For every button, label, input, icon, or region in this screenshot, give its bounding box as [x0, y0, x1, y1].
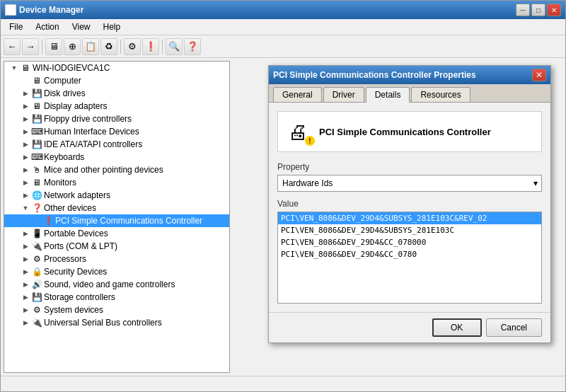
tree-item-other[interactable]: ▼ ❓ Other devices	[4, 202, 229, 214]
processors-icon: ⚙	[31, 253, 42, 265]
tree-item-diskdrives[interactable]: ▶ 💾 Disk drives	[4, 87, 229, 100]
tree-item-label: Security Devices	[44, 267, 228, 277]
other-toggle[interactable]: ▼	[20, 202, 31, 214]
device-tree[interactable]: ▼ 🖥 WIN-IODGIEVCA1C 🖥 Computer ▶ 💾 Disk …	[4, 61, 230, 373]
tree-item-label: Sound, video and game controllers	[44, 279, 228, 289]
tree-item-network[interactable]: ▶ 🌐 Network adapters	[4, 189, 229, 202]
value-list-item[interactable]: PCI\VEN_8086&DEV_29D4&CC_078000	[278, 236, 541, 248]
monitors-toggle[interactable]: ▶	[20, 177, 31, 188]
tree-item-ports[interactable]: ▶ 🔌 Ports (COM & LPT)	[4, 240, 229, 253]
storage-toggle[interactable]: ▶	[20, 292, 31, 303]
minimize-button[interactable]: ─	[516, 4, 530, 16]
search-button[interactable]: 🔍	[166, 38, 183, 55]
refresh-button[interactable]: ♻	[100, 38, 117, 55]
tree-item-keyboards[interactable]: ▶ ⌨ Keyboards	[4, 151, 229, 163]
tree-item-mice[interactable]: ▶ 🖱 Mice and other pointing devices	[4, 163, 229, 176]
tree-item-storage[interactable]: ▶ 💾 Storage controllers	[4, 291, 229, 304]
ports-toggle[interactable]: ▶	[20, 241, 31, 252]
scan-button[interactable]: ⚙	[124, 38, 141, 55]
tree-item-pci[interactable]: ❗ PCI Simple Communications Controller	[4, 214, 229, 227]
tree-item-label: Computer	[44, 76, 228, 86]
tree-item-hid[interactable]: ▶ ⌨ Human Interface Devices	[4, 125, 229, 138]
dialog-tabs: General Driver Details Resources	[269, 84, 550, 103]
tree-item-portable[interactable]: ▶ 📱 Portable Devices	[4, 227, 229, 240]
sound-toggle[interactable]: ▶	[20, 279, 31, 290]
add-button[interactable]: ⊕	[64, 38, 81, 55]
maximize-button[interactable]: □	[531, 4, 545, 16]
tree-item-security[interactable]: ▶ 🔒 Security Devices	[4, 265, 229, 278]
computer-icon: 🖥	[31, 75, 42, 86]
close-button[interactable]: ✕	[547, 4, 561, 16]
display-toggle[interactable]: ▶	[20, 100, 31, 112]
menu-file[interactable]: File	[4, 21, 28, 33]
dialog-close-button[interactable]: ✕	[532, 69, 546, 81]
menu-view[interactable]: View	[67, 21, 96, 33]
tree-item-display[interactable]: ▶ 🖥 Display adapters	[4, 100, 229, 113]
system-toggle[interactable]: ▶	[20, 304, 31, 316]
property-dropdown[interactable]: Hardware Ids Compatible Ids Device Descr…	[277, 175, 542, 192]
tree-item-processors[interactable]: ▶ ⚙ Processors	[4, 253, 229, 265]
window-title: Device Manager	[19, 5, 83, 15]
root-toggle[interactable]: ▼	[8, 62, 20, 74]
value-list-item[interactable]: PCI\VEN_8086&DEV_29D4&SUBSYS_281E103C&RE…	[278, 212, 541, 224]
hid-toggle[interactable]: ▶	[20, 126, 31, 137]
help-button[interactable]: ❓	[184, 38, 201, 55]
tab-general[interactable]: General	[273, 87, 322, 102]
floppy-icon: 💾	[31, 113, 42, 125]
processors-toggle[interactable]: ▶	[20, 253, 31, 265]
back-button[interactable]: ←	[4, 38, 21, 55]
forward-button[interactable]: →	[22, 38, 39, 55]
tree-item-sound[interactable]: ▶ 🔊 Sound, video and game controllers	[4, 278, 229, 291]
tree-item-label: Disk drives	[44, 88, 228, 98]
menu-help[interactable]: Help	[98, 21, 127, 33]
tree-item-label: Portable Devices	[44, 229, 228, 238]
tab-driver[interactable]: Driver	[323, 87, 364, 102]
tab-details[interactable]: Details	[366, 87, 410, 103]
value-list[interactable]: PCI\VEN_8086&DEV_29D4&SUBSYS_281E103C&RE…	[277, 212, 542, 304]
value-label: Value	[277, 199, 542, 209]
tree-item-ide[interactable]: ▶ 💾 IDE ATA/ATAPI controllers	[4, 138, 229, 151]
tree-item-usb[interactable]: ▶ 🔌 Universal Serial Bus controllers	[4, 316, 229, 329]
floppy-toggle[interactable]: ▶	[20, 113, 31, 125]
monitors-icon: 🖥	[31, 177, 42, 188]
value-list-item[interactable]: PCI\VEN_8086&DEV_29D4&SUBSYS_281E103C	[278, 224, 541, 236]
tree-item-label: Storage controllers	[44, 292, 228, 302]
network-toggle[interactable]: ▶	[20, 190, 31, 201]
tree-item-label: Human Interface Devices	[44, 127, 228, 137]
usb-toggle[interactable]: ▶	[20, 317, 31, 328]
ide-icon: 💾	[31, 139, 42, 150]
main-content: ▼ 🖥 WIN-IODGIEVCA1C 🖥 Computer ▶ 💾 Disk …	[1, 58, 565, 376]
cancel-button[interactable]: Cancel	[486, 318, 542, 337]
computer-toggle[interactable]	[20, 75, 31, 86]
tree-item-floppy[interactable]: ▶ 💾 Floppy drive controllers	[4, 113, 229, 125]
tree-item-label: Mice and other pointing devices	[44, 165, 228, 175]
device-name: PCI Simple Communications Controller	[319, 127, 491, 137]
tab-resources[interactable]: Resources	[411, 87, 470, 102]
tree-item-computer[interactable]: 🖥 Computer	[4, 74, 229, 87]
tree-item-system[interactable]: ▶ ⚙ System devices	[4, 304, 229, 316]
menu-bar: File Action View Help	[1, 19, 565, 35]
device-info-row: 🖨 ! PCI Simple Communications Controller	[277, 111, 542, 152]
window-icon: 🖥	[5, 4, 16, 16]
error-button[interactable]: ❗	[142, 38, 159, 55]
ide-toggle[interactable]: ▶	[20, 139, 31, 150]
value-list-item[interactable]: PCI\VEN_8086&DEV_29D4&CC_0780	[278, 248, 541, 260]
keyboards-toggle[interactable]: ▶	[20, 151, 31, 163]
properties-button[interactable]: 📋	[82, 38, 99, 55]
diskdrives-toggle[interactable]: ▶	[20, 88, 31, 99]
security-toggle[interactable]: ▶	[20, 266, 31, 277]
menu-action[interactable]: Action	[30, 21, 64, 33]
tree-item-label: Display adapters	[44, 101, 228, 111]
tree-item-label: PCI Simple Communications Controller	[55, 216, 228, 226]
status-bar	[1, 376, 565, 391]
toolbar: ← → 🖥 ⊕ 📋 ♻ ⚙ ❗ 🔍 ❓	[1, 35, 565, 58]
hid-icon: ⌨	[31, 126, 42, 137]
computer-button[interactable]: 🖥	[45, 38, 62, 55]
tree-root[interactable]: ▼ 🖥 WIN-IODGIEVCA1C	[4, 62, 229, 74]
mice-toggle[interactable]: ▶	[20, 164, 31, 175]
ok-button[interactable]: OK	[432, 318, 482, 337]
tree-item-label: Keyboards	[44, 152, 228, 162]
portable-toggle[interactable]: ▶	[20, 228, 31, 239]
tree-item-label: Other devices	[44, 203, 228, 213]
tree-item-monitors[interactable]: ▶ 🖥 Monitors	[4, 176, 229, 189]
